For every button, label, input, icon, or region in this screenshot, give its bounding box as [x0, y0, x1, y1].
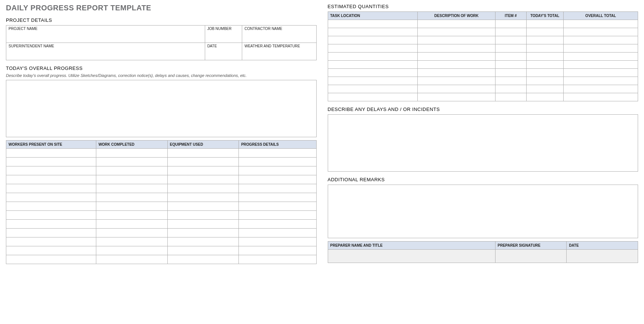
- superintendent-input[interactable]: [6, 49, 205, 60]
- table-cell[interactable]: [239, 175, 316, 184]
- table-cell[interactable]: [418, 36, 495, 44]
- table-cell[interactable]: [495, 69, 526, 77]
- table-cell[interactable]: [328, 85, 418, 93]
- contractor-name-input[interactable]: [242, 32, 317, 43]
- date-input[interactable]: [205, 49, 243, 60]
- table-cell[interactable]: [6, 255, 96, 264]
- table-cell[interactable]: [328, 20, 418, 28]
- table-cell[interactable]: [564, 36, 638, 44]
- table-cell[interactable]: [167, 246, 239, 255]
- table-cell[interactable]: [96, 202, 167, 211]
- table-cell[interactable]: [526, 28, 564, 36]
- table-cell[interactable]: [167, 211, 239, 220]
- table-cell[interactable]: [6, 193, 96, 202]
- table-cell[interactable]: [96, 184, 167, 193]
- table-cell[interactable]: [418, 53, 495, 61]
- table-cell[interactable]: [96, 211, 167, 220]
- table-cell[interactable]: [564, 44, 638, 53]
- table-cell[interactable]: [239, 202, 316, 211]
- table-cell[interactable]: [495, 36, 526, 44]
- table-cell[interactable]: [495, 44, 526, 53]
- table-cell[interactable]: [418, 28, 495, 36]
- table-cell[interactable]: [564, 53, 638, 61]
- table-cell[interactable]: [564, 77, 638, 85]
- table-cell[interactable]: [167, 184, 239, 193]
- table-cell[interactable]: [239, 229, 316, 237]
- table-cell[interactable]: [6, 229, 96, 237]
- table-cell[interactable]: [564, 69, 638, 77]
- table-cell[interactable]: [96, 166, 167, 175]
- table-cell[interactable]: [526, 53, 564, 61]
- table-cell[interactable]: [6, 158, 96, 166]
- table-cell[interactable]: [495, 20, 526, 28]
- table-cell[interactable]: [167, 149, 239, 158]
- table-cell[interactable]: [328, 69, 418, 77]
- weather-input[interactable]: [242, 49, 317, 60]
- table-cell[interactable]: [328, 93, 418, 101]
- overall-progress-box[interactable]: [6, 80, 317, 137]
- table-cell[interactable]: [167, 220, 239, 229]
- table-cell[interactable]: [96, 193, 167, 202]
- table-cell[interactable]: [167, 175, 239, 184]
- table-cell[interactable]: [6, 237, 96, 246]
- table-cell[interactable]: [418, 85, 495, 93]
- table-cell[interactable]: [495, 93, 526, 101]
- table-cell[interactable]: [6, 246, 96, 255]
- table-cell[interactable]: [328, 28, 418, 36]
- table-cell[interactable]: [526, 93, 564, 101]
- table-cell[interactable]: [328, 77, 418, 85]
- table-cell[interactable]: [6, 184, 96, 193]
- project-name-input[interactable]: [6, 32, 205, 43]
- table-cell[interactable]: [418, 61, 495, 69]
- table-cell[interactable]: [239, 149, 316, 158]
- table-cell[interactable]: [526, 77, 564, 85]
- table-cell[interactable]: [167, 229, 239, 237]
- table-cell[interactable]: [96, 175, 167, 184]
- preparer-signature-cell[interactable]: [495, 250, 567, 263]
- table-cell[interactable]: [167, 193, 239, 202]
- table-cell[interactable]: [526, 61, 564, 69]
- table-cell[interactable]: [526, 69, 564, 77]
- table-cell[interactable]: [96, 246, 167, 255]
- preparer-name-cell[interactable]: [328, 250, 495, 263]
- table-cell[interactable]: [418, 77, 495, 85]
- table-cell[interactable]: [526, 85, 564, 93]
- table-cell[interactable]: [495, 85, 526, 93]
- table-cell[interactable]: [564, 85, 638, 93]
- table-cell[interactable]: [495, 77, 526, 85]
- table-cell[interactable]: [418, 44, 495, 53]
- job-number-input[interactable]: [205, 32, 243, 43]
- table-cell[interactable]: [96, 220, 167, 229]
- table-cell[interactable]: [495, 61, 526, 69]
- table-cell[interactable]: [167, 166, 239, 175]
- table-cell[interactable]: [239, 158, 316, 166]
- table-cell[interactable]: [328, 61, 418, 69]
- table-cell[interactable]: [564, 20, 638, 28]
- table-cell[interactable]: [6, 202, 96, 211]
- table-cell[interactable]: [96, 158, 167, 166]
- table-cell[interactable]: [167, 255, 239, 264]
- table-cell[interactable]: [96, 237, 167, 246]
- table-cell[interactable]: [6, 220, 96, 229]
- table-cell[interactable]: [96, 229, 167, 237]
- table-cell[interactable]: [239, 184, 316, 193]
- table-cell[interactable]: [418, 20, 495, 28]
- table-cell[interactable]: [526, 20, 564, 28]
- table-cell[interactable]: [526, 44, 564, 53]
- table-cell[interactable]: [564, 61, 638, 69]
- table-cell[interactable]: [239, 211, 316, 220]
- table-cell[interactable]: [495, 53, 526, 61]
- table-cell[interactable]: [167, 237, 239, 246]
- table-cell[interactable]: [6, 166, 96, 175]
- table-cell[interactable]: [328, 44, 418, 53]
- table-cell[interactable]: [526, 36, 564, 44]
- table-cell[interactable]: [6, 175, 96, 184]
- table-cell[interactable]: [239, 220, 316, 229]
- table-cell[interactable]: [96, 149, 167, 158]
- table-cell[interactable]: [167, 202, 239, 211]
- table-cell[interactable]: [239, 246, 316, 255]
- table-cell[interactable]: [495, 28, 526, 36]
- table-cell[interactable]: [418, 93, 495, 101]
- table-cell[interactable]: [239, 255, 316, 264]
- table-cell[interactable]: [239, 166, 316, 175]
